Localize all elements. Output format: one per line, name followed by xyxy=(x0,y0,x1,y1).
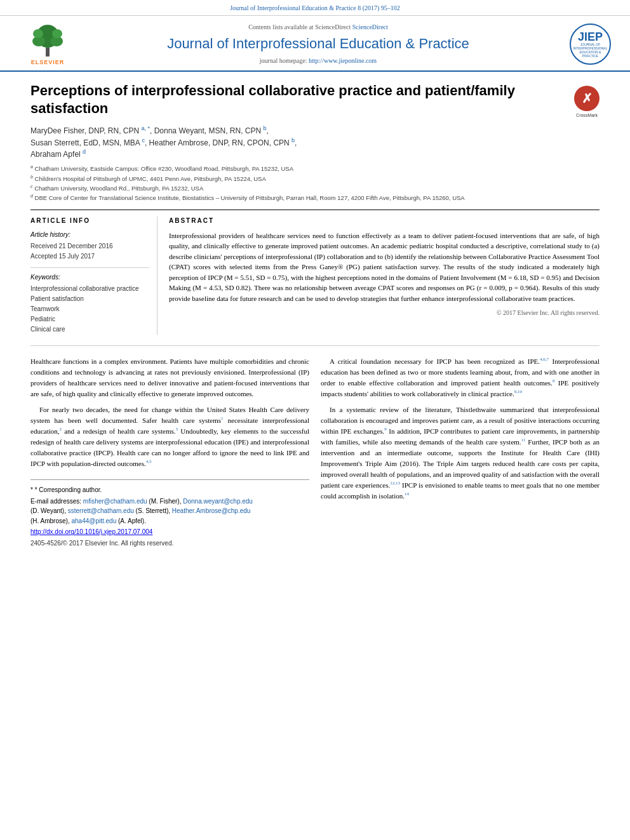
svg-point-4 xyxy=(33,29,43,38)
affiliations-block: a Chatham University, Eastside Campus: O… xyxy=(30,164,600,203)
keyword-1: Interprofessional collaborative practice xyxy=(30,284,149,293)
keywords-label: Keywords: xyxy=(30,273,149,282)
abstract-paragraph: Interprofessional providers of healthcar… xyxy=(169,230,600,304)
doi-url[interactable]: http://dx.doi.org/10.1016/j.xjep.2017.07… xyxy=(30,528,152,535)
email-footnote: E-mail addresses: mfisher@chatham.edu (M… xyxy=(30,497,309,526)
jiep-letters: JIEP xyxy=(578,31,603,43)
elsevier-logo: ELSEVIER xyxy=(19,22,76,67)
body-para-3: A critical foundation necessary for IPCP… xyxy=(321,356,600,399)
affiliation-a: a Chatham University, Eastside Campus: O… xyxy=(30,164,600,173)
top-bar: Journal of Interprofessional Education &… xyxy=(0,0,630,16)
jiep-small-text: JOURNAL OFINTERPROFESSIONALEDUCATION &PR… xyxy=(573,43,608,58)
section-divider xyxy=(30,345,600,346)
keyword-4: Pediatric xyxy=(30,315,149,324)
abstract-text: Interprofessional providers of healthcar… xyxy=(169,230,600,304)
affiliation-b: b Children's Hospital of Pittsburgh of U… xyxy=(30,174,600,183)
crossmark-label: CrossMark xyxy=(574,112,600,119)
elsevier-tree-icon xyxy=(25,22,70,57)
body-columns: Healthcare functions in a complex enviro… xyxy=(30,356,600,549)
affiliation-d: d DBE Core of Center for Translational S… xyxy=(30,193,600,203)
sciencedirect-link: Contents lists available at ScienceDirec… xyxy=(76,23,560,32)
abstract-header: ABSTRACT xyxy=(169,217,600,225)
issn-line: 2405-4526/© 2017 Elsevier Inc. All right… xyxy=(30,538,309,549)
journal-center: Contents lists available at ScienceDirec… xyxy=(76,23,560,65)
crossmark: ✗ CrossMark xyxy=(574,86,600,111)
svg-point-5 xyxy=(52,29,62,38)
email-weyant[interactable]: Donna.weyant@chp.edu xyxy=(183,498,253,505)
jiep-badge: JIEP JOURNAL OFINTERPROFESSIONALEDUCATIO… xyxy=(570,23,611,65)
paper-container: Perceptions of interprofessional collabo… xyxy=(0,72,630,563)
jiep-logo-box: JIEP JOURNAL OFINTERPROFESSIONALEDUCATIO… xyxy=(560,23,611,65)
two-column-section: ARTICLE INFO Article history: Received 2… xyxy=(30,210,600,335)
journal-volume-info: Journal of Interprofessional Education &… xyxy=(230,4,400,11)
body-para-2: For nearly two decades, the need for cha… xyxy=(30,404,309,469)
body-para-4: In a systematic review of the literature… xyxy=(321,404,600,502)
authors-block: MaryDee Fisher, DNP, RN, CPN a, *, Donna… xyxy=(30,124,600,160)
email-ambrose[interactable]: Heather.Ambrose@chp.edu xyxy=(172,507,251,514)
doi-link: http://dx.doi.org/10.1016/j.xjep.2017.07… xyxy=(30,527,309,537)
email-sterrett[interactable]: ssterrett@chatham.edu xyxy=(68,507,134,514)
email-apfel[interactable]: aha44@pitt.edu xyxy=(71,517,116,524)
copyright: © 2017 Elsevier Inc. All rights reserved… xyxy=(169,309,600,317)
accepted-date: Accepted 15 July 2017 xyxy=(30,252,149,261)
article-info-header: ARTICLE INFO xyxy=(30,217,149,225)
keyword-3: Teamwork xyxy=(30,305,149,314)
article-info-column: ARTICLE INFO Article history: Received 2… xyxy=(30,217,158,335)
elsevier-label: ELSEVIER xyxy=(31,58,65,67)
sciencedirect-url[interactable]: ScienceDirect xyxy=(352,23,388,30)
article-history-label: Article history: xyxy=(30,230,149,239)
body-column-right: A critical foundation necessary for IPCP… xyxy=(321,356,600,549)
keyword-2: Patient satisfaction xyxy=(30,295,149,303)
footnote-section: * * Corresponding author. E-mail address… xyxy=(30,479,309,548)
crossmark-icon: ✗ xyxy=(574,86,600,111)
corresponding-author-note: * * Corresponding author. xyxy=(30,485,309,495)
body-column-left: Healthcare functions in a complex enviro… xyxy=(30,356,309,549)
journal-homepage-url[interactable]: http://www.jieponline.com xyxy=(309,57,377,64)
journal-header: ELSEVIER Contents lists available at Sci… xyxy=(0,16,630,72)
journal-homepage: journal homepage: http://www.jieponline.… xyxy=(76,57,560,65)
body-para-1: Healthcare functions in a complex enviro… xyxy=(30,356,309,399)
affiliation-c: c Chatham University, Woodland Rd., Pitt… xyxy=(30,183,600,193)
keyword-5: Clinical care xyxy=(30,325,149,334)
article-main-title: Perceptions of interprofessional collabo… xyxy=(30,82,551,118)
received-date: Received 21 December 2016 xyxy=(30,242,149,251)
keywords-section: Keywords: Interprofessional collaborativ… xyxy=(30,267,149,334)
abstract-column: ABSTRACT Interprofessional providers of … xyxy=(169,217,600,335)
article-title-block: Perceptions of interprofessional collabo… xyxy=(30,82,600,118)
svg-rect-0 xyxy=(46,48,50,57)
journal-title-main: Journal of Interprofessional Education &… xyxy=(76,34,560,54)
email-fisher[interactable]: mfisher@chatham.edu xyxy=(83,498,147,505)
